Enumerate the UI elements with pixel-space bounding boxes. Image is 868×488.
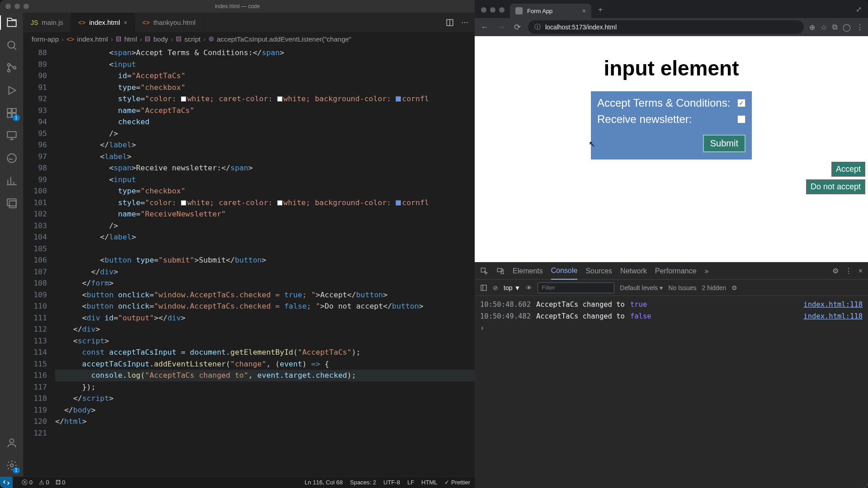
tab-label: index.html bbox=[89, 19, 120, 26]
toggle-sidebar-icon[interactable] bbox=[480, 284, 487, 291]
tab-thankyou-html[interactable]: <>thankyou.html bbox=[135, 13, 203, 32]
accept-terms-checkbox[interactable]: ✓ bbox=[737, 99, 745, 107]
bc-sym[interactable]: acceptTaCsInput.addEventListener("change… bbox=[217, 35, 352, 43]
html-file-icon: <> bbox=[78, 19, 85, 26]
remote-indicator-icon[interactable] bbox=[0, 477, 13, 488]
bc-sym[interactable]: body bbox=[153, 35, 168, 43]
language-mode[interactable]: HTML bbox=[421, 479, 437, 486]
remote-explorer-icon[interactable] bbox=[5, 129, 18, 142]
minimize-window-icon[interactable] bbox=[14, 4, 20, 9]
extensions-icon[interactable]: 1 bbox=[5, 107, 18, 119]
cursor-position[interactable]: Ln 116, Col 68 bbox=[305, 479, 343, 486]
device-toolbar-icon[interactable] bbox=[496, 267, 505, 275]
log-levels-dropdown[interactable]: Default levels ▾ bbox=[620, 284, 663, 291]
eol[interactable]: LF bbox=[407, 479, 414, 486]
issues-indicator[interactable]: No Issues bbox=[668, 284, 696, 291]
editor-tabs: JSmain.js <>index.html× <>thankyou.html … bbox=[24, 13, 475, 33]
code-content[interactable]: <span>Accept Terms & Conditions:</span> … bbox=[55, 45, 475, 476]
console-filter-input[interactable] bbox=[538, 282, 614, 293]
warnings-count[interactable]: ⚠ 0 bbox=[39, 479, 49, 486]
vscode-titlebar: index.html — code bbox=[0, 0, 475, 13]
bookmark-star-icon[interactable]: ☆ bbox=[821, 23, 827, 32]
new-tab-button[interactable]: ＋ bbox=[591, 5, 609, 18]
do-not-accept-button[interactable]: Do not accept bbox=[806, 179, 865, 194]
tab-index-html[interactable]: <>index.html× bbox=[71, 13, 135, 32]
ports-count[interactable]: ⚃ 0 bbox=[56, 479, 66, 486]
profile-avatar-icon[interactable]: ◯ bbox=[843, 23, 851, 32]
chrome-traffic-lights[interactable] bbox=[479, 7, 510, 18]
indentation[interactable]: Spaces: 2 bbox=[350, 479, 376, 486]
tab-label: thankyou.html bbox=[153, 19, 195, 26]
search-icon[interactable] bbox=[5, 39, 18, 52]
browser-tab[interactable]: Form App × bbox=[510, 4, 591, 18]
tab-sources[interactable]: Sources bbox=[585, 263, 612, 280]
accounts-icon[interactable] bbox=[5, 436, 18, 449]
zoom-icon[interactable]: ⊕ bbox=[809, 23, 815, 32]
extensions-badge: 1 bbox=[13, 115, 20, 121]
console-output[interactable]: 10:50:48.602AcceptTaCs changed to truein… bbox=[475, 296, 868, 488]
accept-button[interactable]: Accept bbox=[831, 162, 865, 177]
tab-performance[interactable]: Performance bbox=[655, 263, 697, 280]
bc-folder[interactable]: form-app bbox=[32, 35, 59, 43]
hidden-count[interactable]: 2 hidden bbox=[702, 284, 726, 291]
console-toolbar: ⊘ top ▼ 👁 Default levels ▾ No Issues 2 h… bbox=[475, 280, 868, 296]
live-expression-icon[interactable]: 👁 bbox=[526, 284, 532, 291]
devtools-settings-icon[interactable]: ⚙ bbox=[832, 267, 839, 275]
extensions-puzzle-icon[interactable]: ⧉ bbox=[832, 23, 837, 31]
settings-gear-icon[interactable]: 1 bbox=[5, 459, 18, 472]
maximize-window-icon[interactable] bbox=[24, 4, 29, 9]
bc-file[interactable]: index.html bbox=[77, 35, 108, 43]
svg-rect-16 bbox=[497, 268, 502, 272]
reload-button[interactable]: ⟳ bbox=[512, 22, 523, 32]
run-debug-icon[interactable] bbox=[5, 84, 18, 97]
window-traffic-lights[interactable] bbox=[0, 4, 29, 9]
split-editor-icon[interactable] bbox=[446, 19, 454, 27]
svg-rect-4 bbox=[7, 108, 11, 113]
expand-window-icon[interactable]: ⤢ bbox=[849, 5, 868, 18]
tab-label: main.js bbox=[42, 19, 63, 26]
devtools-close-icon[interactable]: × bbox=[859, 267, 863, 275]
source-control-icon[interactable] bbox=[5, 61, 18, 74]
close-tab-icon[interactable]: × bbox=[582, 7, 586, 14]
edge-tools-icon[interactable] bbox=[5, 152, 18, 164]
remote-window-icon[interactable] bbox=[5, 197, 18, 210]
bc-sym[interactable]: html bbox=[124, 35, 137, 43]
chrome-toolbar: ← → ⟳ ⓘ localhost:5173/index.html ⊕ ☆ ⧉ … bbox=[475, 18, 868, 36]
clear-console-icon[interactable]: ⊘ bbox=[493, 284, 498, 291]
bc-sym[interactable]: script bbox=[184, 35, 201, 43]
address-bar[interactable]: ⓘ localhost:5173/index.html bbox=[528, 20, 804, 34]
errors-count[interactable]: ⓧ 0 bbox=[22, 479, 33, 487]
svg-point-9 bbox=[7, 154, 16, 163]
chrome-menu-icon[interactable]: ⋮ bbox=[856, 23, 863, 32]
close-window-icon[interactable] bbox=[5, 4, 11, 9]
prettier-status[interactable]: ✓ Prettier bbox=[444, 479, 470, 486]
favicon-icon bbox=[515, 7, 523, 14]
context-selector[interactable]: top ▼ bbox=[504, 284, 520, 291]
svg-rect-8 bbox=[7, 131, 16, 137]
tab-elements[interactable]: Elements bbox=[513, 263, 543, 280]
minimize-window-icon[interactable] bbox=[490, 7, 495, 13]
js-file-icon: JS bbox=[31, 19, 38, 26]
inspect-element-icon[interactable] bbox=[480, 267, 488, 275]
tab-console[interactable]: Console bbox=[551, 263, 578, 280]
forward-button[interactable]: → bbox=[495, 23, 506, 32]
tab-main-js[interactable]: JSmain.js bbox=[24, 13, 71, 32]
close-window-icon[interactable] bbox=[481, 7, 486, 13]
maximize-window-icon[interactable] bbox=[499, 7, 505, 13]
accept-terms-label: Accept Terms & Conditions: bbox=[597, 97, 730, 109]
devtools-menu-icon[interactable]: ⋮ bbox=[845, 267, 852, 275]
back-button[interactable]: ← bbox=[479, 23, 490, 32]
more-actions-icon[interactable]: ⋯ bbox=[461, 18, 468, 27]
tab-network[interactable]: Network bbox=[620, 263, 647, 280]
newsletter-checkbox[interactable] bbox=[737, 115, 745, 123]
graph-icon[interactable] bbox=[5, 174, 18, 187]
code-editor[interactable]: 8889909192939495969798991001011021031041… bbox=[24, 45, 475, 476]
console-settings-icon[interactable]: ⚙ bbox=[731, 284, 737, 291]
site-info-icon[interactable]: ⓘ bbox=[534, 23, 541, 31]
encoding[interactable]: UTF-8 bbox=[383, 479, 400, 486]
breadcrumb[interactable]: form-app› <>index.html› ⊟html› ⊟body› ⊟s… bbox=[24, 33, 475, 45]
close-tab-icon[interactable]: × bbox=[124, 19, 127, 26]
more-tabs-icon[interactable]: » bbox=[704, 267, 708, 275]
explorer-icon[interactable] bbox=[5, 16, 18, 29]
submit-button[interactable]: Submit bbox=[703, 135, 745, 152]
